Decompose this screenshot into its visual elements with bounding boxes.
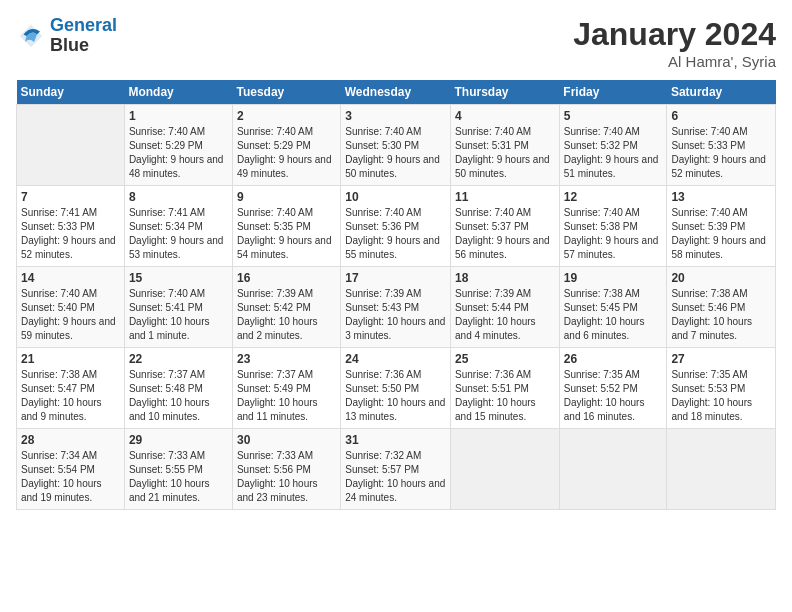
logo-icon [16,21,46,51]
day-number: 19 [564,271,663,285]
day-info: Sunrise: 7:38 AMSunset: 5:47 PMDaylight:… [21,368,120,424]
calendar-cell: 29Sunrise: 7:33 AMSunset: 5:55 PMDayligh… [124,429,232,510]
day-info: Sunrise: 7:40 AMSunset: 5:39 PMDaylight:… [671,206,771,262]
calendar-week-4: 21Sunrise: 7:38 AMSunset: 5:47 PMDayligh… [17,348,776,429]
day-number: 23 [237,352,336,366]
title-block: January 2024 Al Hamra', Syria [573,16,776,70]
calendar-cell: 10Sunrise: 7:40 AMSunset: 5:36 PMDayligh… [341,186,451,267]
calendar-cell: 13Sunrise: 7:40 AMSunset: 5:39 PMDayligh… [667,186,776,267]
day-number: 10 [345,190,446,204]
day-info: Sunrise: 7:35 AMSunset: 5:52 PMDaylight:… [564,368,663,424]
day-number: 3 [345,109,446,123]
day-info: Sunrise: 7:40 AMSunset: 5:29 PMDaylight:… [129,125,228,181]
calendar-cell: 9Sunrise: 7:40 AMSunset: 5:35 PMDaylight… [232,186,340,267]
calendar-cell: 23Sunrise: 7:37 AMSunset: 5:49 PMDayligh… [232,348,340,429]
col-tuesday: Tuesday [232,80,340,105]
calendar-cell: 24Sunrise: 7:36 AMSunset: 5:50 PMDayligh… [341,348,451,429]
day-info: Sunrise: 7:40 AMSunset: 5:37 PMDaylight:… [455,206,555,262]
calendar-cell: 1Sunrise: 7:40 AMSunset: 5:29 PMDaylight… [124,105,232,186]
day-info: Sunrise: 7:35 AMSunset: 5:53 PMDaylight:… [671,368,771,424]
calendar-cell [667,429,776,510]
calendar-cell: 4Sunrise: 7:40 AMSunset: 5:31 PMDaylight… [451,105,560,186]
calendar-cell [451,429,560,510]
calendar-cell: 21Sunrise: 7:38 AMSunset: 5:47 PMDayligh… [17,348,125,429]
day-number: 2 [237,109,336,123]
calendar-cell: 26Sunrise: 7:35 AMSunset: 5:52 PMDayligh… [559,348,667,429]
day-info: Sunrise: 7:40 AMSunset: 5:33 PMDaylight:… [671,125,771,181]
day-info: Sunrise: 7:38 AMSunset: 5:45 PMDaylight:… [564,287,663,343]
day-number: 8 [129,190,228,204]
day-number: 12 [564,190,663,204]
calendar-week-1: 1Sunrise: 7:40 AMSunset: 5:29 PMDaylight… [17,105,776,186]
calendar-cell: 17Sunrise: 7:39 AMSunset: 5:43 PMDayligh… [341,267,451,348]
day-number: 9 [237,190,336,204]
calendar-cell: 31Sunrise: 7:32 AMSunset: 5:57 PMDayligh… [341,429,451,510]
day-number: 31 [345,433,446,447]
day-info: Sunrise: 7:36 AMSunset: 5:51 PMDaylight:… [455,368,555,424]
calendar-week-5: 28Sunrise: 7:34 AMSunset: 5:54 PMDayligh… [17,429,776,510]
header-row: Sunday Monday Tuesday Wednesday Thursday… [17,80,776,105]
calendar-table: Sunday Monday Tuesday Wednesday Thursday… [16,80,776,510]
calendar-cell: 6Sunrise: 7:40 AMSunset: 5:33 PMDaylight… [667,105,776,186]
day-number: 11 [455,190,555,204]
logo: General Blue [16,16,117,56]
calendar-cell: 14Sunrise: 7:40 AMSunset: 5:40 PMDayligh… [17,267,125,348]
day-number: 30 [237,433,336,447]
day-info: Sunrise: 7:40 AMSunset: 5:29 PMDaylight:… [237,125,336,181]
day-info: Sunrise: 7:37 AMSunset: 5:48 PMDaylight:… [129,368,228,424]
day-info: Sunrise: 7:40 AMSunset: 5:31 PMDaylight:… [455,125,555,181]
col-monday: Monday [124,80,232,105]
calendar-cell: 20Sunrise: 7:38 AMSunset: 5:46 PMDayligh… [667,267,776,348]
calendar-cell: 11Sunrise: 7:40 AMSunset: 5:37 PMDayligh… [451,186,560,267]
col-thursday: Thursday [451,80,560,105]
calendar-cell: 22Sunrise: 7:37 AMSunset: 5:48 PMDayligh… [124,348,232,429]
day-info: Sunrise: 7:40 AMSunset: 5:36 PMDaylight:… [345,206,446,262]
page-container: General Blue January 2024 Al Hamra', Syr… [0,0,792,518]
logo-text: General Blue [50,16,117,56]
col-friday: Friday [559,80,667,105]
calendar-cell: 15Sunrise: 7:40 AMSunset: 5:41 PMDayligh… [124,267,232,348]
calendar-body: 1Sunrise: 7:40 AMSunset: 5:29 PMDaylight… [17,105,776,510]
calendar-cell: 2Sunrise: 7:40 AMSunset: 5:29 PMDaylight… [232,105,340,186]
day-info: Sunrise: 7:33 AMSunset: 5:56 PMDaylight:… [237,449,336,505]
calendar-cell: 18Sunrise: 7:39 AMSunset: 5:44 PMDayligh… [451,267,560,348]
day-info: Sunrise: 7:33 AMSunset: 5:55 PMDaylight:… [129,449,228,505]
calendar-cell: 28Sunrise: 7:34 AMSunset: 5:54 PMDayligh… [17,429,125,510]
day-number: 18 [455,271,555,285]
day-info: Sunrise: 7:41 AMSunset: 5:34 PMDaylight:… [129,206,228,262]
day-number: 4 [455,109,555,123]
day-info: Sunrise: 7:40 AMSunset: 5:41 PMDaylight:… [129,287,228,343]
calendar-cell: 8Sunrise: 7:41 AMSunset: 5:34 PMDaylight… [124,186,232,267]
location: Al Hamra', Syria [573,53,776,70]
logo-line2: Blue [50,36,117,56]
day-info: Sunrise: 7:36 AMSunset: 5:50 PMDaylight:… [345,368,446,424]
calendar-cell: 27Sunrise: 7:35 AMSunset: 5:53 PMDayligh… [667,348,776,429]
day-number: 22 [129,352,228,366]
day-number: 28 [21,433,120,447]
calendar-cell [17,105,125,186]
day-number: 13 [671,190,771,204]
day-number: 21 [21,352,120,366]
day-number: 25 [455,352,555,366]
day-number: 7 [21,190,120,204]
col-wednesday: Wednesday [341,80,451,105]
calendar-cell: 25Sunrise: 7:36 AMSunset: 5:51 PMDayligh… [451,348,560,429]
day-number: 20 [671,271,771,285]
day-info: Sunrise: 7:34 AMSunset: 5:54 PMDaylight:… [21,449,120,505]
day-info: Sunrise: 7:40 AMSunset: 5:38 PMDaylight:… [564,206,663,262]
calendar-cell [559,429,667,510]
day-info: Sunrise: 7:32 AMSunset: 5:57 PMDaylight:… [345,449,446,505]
day-number: 1 [129,109,228,123]
col-sunday: Sunday [17,80,125,105]
header: General Blue January 2024 Al Hamra', Syr… [16,16,776,70]
day-number: 26 [564,352,663,366]
day-number: 6 [671,109,771,123]
calendar-week-3: 14Sunrise: 7:40 AMSunset: 5:40 PMDayligh… [17,267,776,348]
day-number: 5 [564,109,663,123]
day-info: Sunrise: 7:39 AMSunset: 5:42 PMDaylight:… [237,287,336,343]
day-info: Sunrise: 7:39 AMSunset: 5:44 PMDaylight:… [455,287,555,343]
day-number: 27 [671,352,771,366]
day-info: Sunrise: 7:40 AMSunset: 5:30 PMDaylight:… [345,125,446,181]
calendar-cell: 19Sunrise: 7:38 AMSunset: 5:45 PMDayligh… [559,267,667,348]
day-info: Sunrise: 7:38 AMSunset: 5:46 PMDaylight:… [671,287,771,343]
